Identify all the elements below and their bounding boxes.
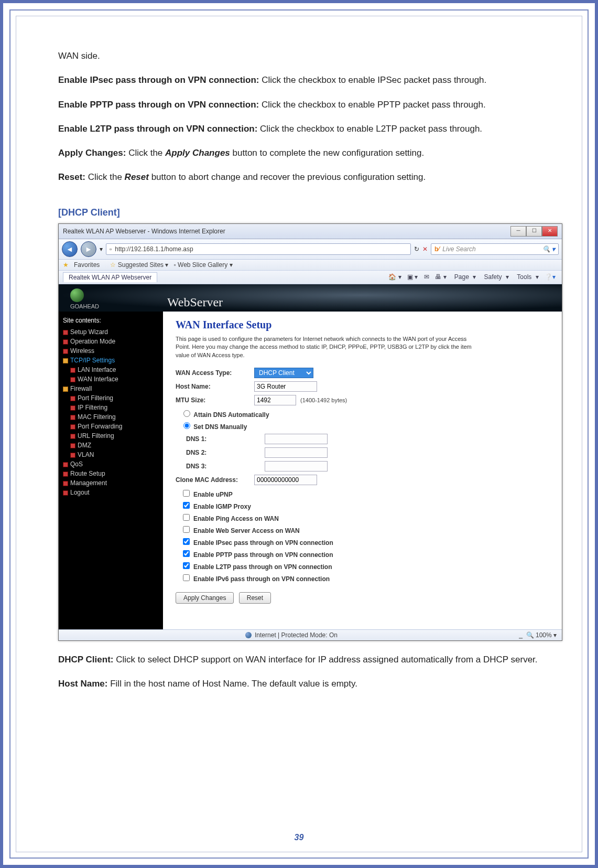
dns2-input[interactable] xyxy=(265,447,328,458)
nav-wireless[interactable]: Wireless xyxy=(63,346,160,356)
nav-lan-interface[interactable]: LAN Interface xyxy=(70,365,160,374)
nav-dmz[interactable]: DMZ xyxy=(70,441,160,450)
cb-igmp-label: Enable IGMP Proxy xyxy=(193,503,251,510)
suggested-sites-link[interactable]: ☆ Suggested Sites ▾ xyxy=(110,261,168,269)
search-icon[interactable]: 🔍 ▾ xyxy=(542,245,555,253)
dns-manual-label: Set DNS Manually xyxy=(193,423,247,431)
apply-changes-button[interactable]: Apply Changes xyxy=(176,592,234,604)
nav-port-filtering[interactable]: Port Filtering xyxy=(70,393,160,403)
forward-button[interactable]: ► xyxy=(81,241,96,257)
cb-ping[interactable] xyxy=(183,514,190,521)
wan-access-select[interactable]: DHCP Client xyxy=(254,368,313,378)
zoom-slider-icon[interactable]: ⎯ xyxy=(519,631,523,639)
nav-firewall[interactable]: Firewall xyxy=(63,384,160,393)
refresh-icon[interactable]: ↻ xyxy=(414,245,419,253)
feeds-icon[interactable]: ▣ ▾ xyxy=(407,273,418,281)
nav-route-setup[interactable]: Route Setup xyxy=(63,469,160,478)
label-ipsec: Enable IPsec pass through on VPN connect… xyxy=(58,75,259,85)
nav-management[interactable]: Management xyxy=(63,478,160,488)
para-pptp: Enable PPTP pass through on VPN connecti… xyxy=(58,97,540,113)
nav-ip-filtering[interactable]: IP Filtering xyxy=(70,403,160,412)
home-icon[interactable]: 🏠 ▾ xyxy=(388,273,401,281)
para-host-name: Host Name: Fill in the host name of Host… xyxy=(58,676,540,692)
mtu-label: MTU Size: xyxy=(176,397,254,404)
text-pptp: Click the checkbox to enable PPTP packet… xyxy=(259,100,486,110)
slice-icon: ▫ xyxy=(173,261,176,269)
nav-tcpip[interactable]: TCP/IP Settings xyxy=(63,356,160,365)
star-icon: ☆ xyxy=(110,261,116,269)
cb-pptp[interactable] xyxy=(183,550,190,557)
cb-ping-label: Enable Ping Access on WAN xyxy=(193,515,279,522)
minimize-button[interactable]: ─ xyxy=(510,226,526,237)
cb-ipv6[interactable] xyxy=(183,574,190,581)
url-text: http://192.168.1.1/home.asp xyxy=(115,245,193,253)
dns3-input[interactable] xyxy=(265,461,328,471)
dropdown-icon[interactable]: ▾ xyxy=(100,245,103,253)
nav-logout[interactable]: Logout xyxy=(63,488,160,497)
maximize-button[interactable]: ☐ xyxy=(526,226,542,237)
cb-l2tp-label: Enable L2TP pass through on VPN connecti… xyxy=(193,563,332,571)
dns1-input[interactable] xyxy=(265,434,328,444)
label-dhcp-client: DHCP Client: xyxy=(58,655,113,665)
stop-icon[interactable]: ✕ xyxy=(422,245,428,253)
ie-tab-row: Realtek WLAN AP Webserver 🏠 ▾ ▣ ▾ ✉ 🖶 ▾ … xyxy=(59,271,562,284)
bing-icon: b⁄ xyxy=(434,245,439,253)
nav-port-forwarding[interactable]: Port Forwarding xyxy=(70,422,160,431)
dns-manual-radio[interactable] xyxy=(183,422,190,429)
para-wan-side: WAN side. xyxy=(58,48,540,65)
safety-menu[interactable]: Safety ▾ xyxy=(482,273,509,281)
cb-ipv6-label: Enable IPv6 pass through on VPN connecti… xyxy=(193,575,330,583)
text-ipsec: Click the checkbox to enable IPSec packe… xyxy=(259,75,487,85)
print-icon[interactable]: 🖶 ▾ xyxy=(435,273,446,281)
dns-auto-radio[interactable] xyxy=(183,410,190,417)
help-icon[interactable]: ❔▾ xyxy=(545,273,556,281)
favorites-star-icon[interactable]: ★ xyxy=(63,261,69,269)
text-apply-bi: Apply Changes xyxy=(165,148,230,158)
close-button[interactable]: ✕ xyxy=(542,226,558,237)
wan-access-label: WAN Access Type: xyxy=(176,369,254,377)
page-description: This page is used to configure the param… xyxy=(176,335,481,359)
nav-operation-mode[interactable]: Operation Mode xyxy=(63,337,160,346)
status-zoom[interactable]: ⎯ 🔍 100% ▾ xyxy=(519,631,557,639)
web-slice-text: Web Slice Gallery xyxy=(178,261,227,269)
row-dns-manual: Set DNS Manually xyxy=(181,421,481,431)
ie-favorites-row: ★ Favorites ☆ Suggested Sites ▾ ▫ Web Sl… xyxy=(59,260,562,271)
cb-web-label: Enable Web Server Access on WAN xyxy=(193,527,300,534)
mtu-input[interactable] xyxy=(254,395,296,405)
host-name-input[interactable] xyxy=(254,381,317,392)
nav-qos[interactable]: QoS xyxy=(63,459,160,469)
browser-tab[interactable]: Realtek WLAN AP Webserver xyxy=(63,272,157,282)
tools-menu[interactable]: Tools ▾ xyxy=(515,273,538,281)
web-slice-link[interactable]: ▫ Web Slice Gallery ▾ xyxy=(173,261,232,269)
clone-mac-input[interactable] xyxy=(254,475,317,485)
cb-ipsec[interactable] xyxy=(183,538,190,545)
cb-web[interactable] xyxy=(183,526,190,533)
nav-url-filtering[interactable]: URL Filtering xyxy=(70,431,160,441)
cb-igmp[interactable] xyxy=(183,502,190,509)
nav-wan-interface[interactable]: WAN Interface xyxy=(70,374,160,384)
nav-mac-filtering[interactable]: MAC Filtering xyxy=(70,412,160,422)
label-l2tp: Enable L2TP pass through on VPN connecti… xyxy=(58,124,257,134)
cb-upnp[interactable] xyxy=(183,490,190,497)
back-button[interactable]: ◄ xyxy=(62,241,78,257)
text-dhcp-client: Click to select DHCP support on WAN inte… xyxy=(113,655,537,665)
dns-auto-label: Attain DNS Automatically xyxy=(193,411,269,419)
para-apply: Apply Changes: Click the Apply Changes b… xyxy=(58,145,540,162)
search-box[interactable]: b⁄ Live Search 🔍 ▾ xyxy=(431,243,559,255)
reset-button[interactable]: Reset xyxy=(239,592,271,604)
sidebar-nav: Site contents: Setup Wizard Operation Mo… xyxy=(59,312,163,629)
row-dns1: DNS 1: xyxy=(176,434,481,444)
cb-l2tp[interactable] xyxy=(183,562,190,569)
row-dns-auto: Attain DNS Automatically xyxy=(181,409,481,419)
ie-nav-row: ◄ ► ▾ ▫ http://192.168.1.1/home.asp ↻ ✕ … xyxy=(59,239,562,260)
address-bar[interactable]: ▫ http://192.168.1.1/home.asp xyxy=(106,243,411,255)
favorites-label[interactable]: Favorites xyxy=(74,261,100,269)
nav-vlan[interactable]: VLAN xyxy=(70,450,160,459)
nav-setup-wizard[interactable]: Setup Wizard xyxy=(63,327,160,337)
row-dns3: DNS 3: xyxy=(176,461,481,471)
page-menu[interactable]: Page ▾ xyxy=(452,273,476,281)
mail-icon[interactable]: ✉ xyxy=(424,273,429,281)
cb-upnp-label: Enable uPNP xyxy=(193,491,233,498)
suggested-sites-text: Suggested Sites xyxy=(118,261,164,269)
dns1-label: DNS 1: xyxy=(176,435,265,443)
